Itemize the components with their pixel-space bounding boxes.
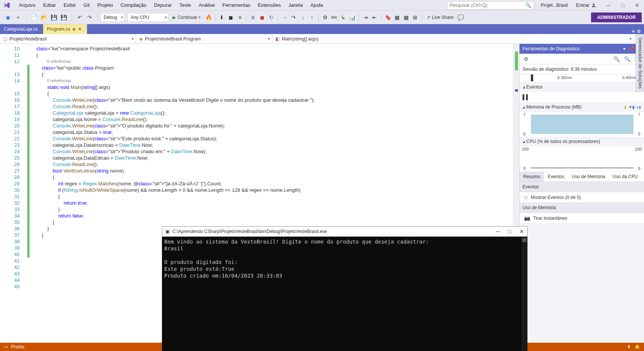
- cpu-y-bot-r: 0: [638, 166, 640, 171]
- outdent-icon[interactable]: ⇤: [370, 13, 379, 22]
- menu-editar[interactable]: Editar: [39, 1, 60, 9]
- minimize-icon[interactable]: ─: [605, 2, 612, 9]
- close-tab-icon[interactable]: ✕: [78, 26, 82, 32]
- diag-settings-icon[interactable]: ⚙: [522, 55, 530, 63]
- menu-teste[interactable]: Teste: [176, 1, 195, 9]
- tab-categorialoja[interactable]: CategoriaLoja.cs: [0, 24, 43, 34]
- nav-class-label: ProjetoVesteBrasil.Program: [145, 36, 201, 42]
- tool3-icon[interactable]: ↳: [339, 13, 347, 22]
- save-icon[interactable]: 💾: [50, 13, 58, 22]
- breakpoint-icon[interactable]: ◼: [227, 13, 235, 22]
- indent-icon[interactable]: ⇥: [361, 13, 370, 22]
- memory-header[interactable]: Memória de Processo (MB) ▮ ▼▮ ●▮: [520, 103, 644, 112]
- zoom-in-icon[interactable]: 🔍: [612, 55, 621, 63]
- diag-tab-1[interactable]: Eventos: [544, 172, 568, 182]
- config-dropdown[interactable]: Debug: [100, 13, 125, 22]
- tool2-icon[interactable]: abc: [330, 13, 338, 22]
- pin-icon[interactable]: ⊕: [72, 27, 76, 32]
- close-icon[interactable]: ✕: [633, 2, 641, 9]
- step-out-icon[interactable]: ↑: [308, 13, 316, 22]
- cpu-y-bot-l: 0: [523, 166, 526, 171]
- events-chart: ▌▌: [520, 92, 644, 103]
- search-input[interactable]: [450, 3, 525, 8]
- menu-ajuda[interactable]: Ajuda: [306, 1, 327, 9]
- events-header[interactable]: Eventos: [520, 83, 644, 92]
- menu-compilação[interactable]: Compilação: [117, 1, 150, 9]
- console-output[interactable]: Bem vindo ao sistema da VesteBrasil! Dig…: [162, 237, 527, 351]
- tabs-dropdown-icon[interactable]: ▾: [632, 29, 635, 34]
- undo-icon[interactable]: ↶: [76, 13, 84, 22]
- step-over-icon[interactable]: ↷: [289, 13, 298, 22]
- comment-icon[interactable]: ▦: [393, 13, 401, 22]
- tab-program[interactable]: Program.cs ⊕ ✕: [43, 24, 87, 34]
- settings-gear-icon[interactable]: ⚙: [637, 29, 641, 34]
- show-events-row[interactable]: ◇ Mostrar Eventos (0 de 0): [520, 192, 644, 203]
- redo-icon[interactable]: ↷: [86, 13, 94, 22]
- console-window[interactable]: ▣ C:\Aprendendo CSharp\ProjetoVesteBrasi…: [162, 226, 527, 351]
- nav-method-dropdown[interactable]: ◧ Main(string[] args): [272, 34, 634, 43]
- diag-tab-0[interactable]: Resumo: [520, 172, 544, 182]
- menu-análise[interactable]: Análise: [195, 1, 219, 9]
- diag-tab-2[interactable]: Uso de Memória: [568, 172, 609, 182]
- save-all-icon[interactable]: 💾: [59, 13, 68, 22]
- uncomment-icon[interactable]: ▦: [402, 13, 410, 22]
- step-into-icon[interactable]: ⬇: [218, 13, 226, 22]
- nav-fwd-icon[interactable]: ▾: [14, 13, 22, 22]
- diag-tab-3[interactable]: Uso da CPU: [609, 172, 642, 182]
- console-scrollbar[interactable]: [521, 237, 527, 351]
- menu-depurar[interactable]: Depurar: [150, 1, 176, 9]
- bookmark-icon[interactable]: 🔖: [384, 13, 392, 22]
- pause-icon[interactable]: ⏸: [249, 13, 257, 22]
- restart-icon[interactable]: ↻: [267, 13, 275, 22]
- open-icon[interactable]: 📂: [40, 13, 48, 22]
- new-project-icon[interactable]: 📄: [30, 13, 38, 22]
- pause-events-icon[interactable]: ▌▌: [523, 94, 529, 100]
- snapshot-row[interactable]: 📷 Tirar Instantâneo: [520, 213, 644, 224]
- stack-icon[interactable]: ≡: [236, 13, 244, 22]
- menu-arquivo[interactable]: Arquivo: [15, 1, 39, 9]
- nav-class-dropdown[interactable]: ◆ ProjetoVesteBrasil.Program: [136, 34, 272, 43]
- document-tabs: CategoriaLoja.cs Program.cs ⊕ ✕ ▾ ⚙: [0, 24, 644, 34]
- mem-y-bot-l: 0: [523, 132, 526, 136]
- menu-ferramentas[interactable]: Ferramentas: [219, 1, 254, 9]
- login-button[interactable]: Entrar: [575, 2, 598, 8]
- menu-janela[interactable]: Janela: [285, 1, 306, 9]
- hot-reload-icon[interactable]: 🔥: [204, 13, 213, 22]
- stop-icon[interactable]: ◼: [258, 13, 266, 22]
- show-next-icon[interactable]: →: [280, 13, 289, 22]
- menu-git[interactable]: Git: [80, 1, 94, 9]
- step-into2-icon[interactable]: ↓: [299, 13, 307, 22]
- nav-back-icon[interactable]: ◉: [4, 13, 12, 22]
- vs-logo-icon: [3, 2, 11, 9]
- continue-button[interactable]: ▶ Continuar ▾: [170, 13, 204, 22]
- console-minimize-icon[interactable]: ─: [496, 228, 500, 235]
- console-close-icon[interactable]: ✕: [520, 228, 524, 235]
- menu-extensões[interactable]: Extensões: [254, 1, 285, 9]
- marker-strip: [26, 44, 33, 343]
- notifications-icon[interactable]: 🔔: [635, 344, 640, 349]
- play-icon: ▶: [173, 15, 176, 20]
- console-maximize-icon[interactable]: □: [508, 228, 511, 235]
- tool4-icon[interactable]: 📊: [348, 13, 356, 22]
- project-picker[interactable]: Projet...Brasil: [537, 3, 571, 8]
- feedback-icon[interactable]: 💬: [457, 13, 465, 22]
- tool1-icon[interactable]: ⚙: [321, 13, 329, 22]
- live-share-button[interactable]: ↗ Live Share: [424, 15, 456, 20]
- diag-timeline[interactable]: 6:30min 6:40min: [520, 75, 644, 83]
- source-control-icon[interactable]: ⬆: [627, 344, 631, 349]
- platform-dropdown[interactable]: Any CPU: [127, 13, 169, 22]
- console-titlebar[interactable]: ▣ C:\Aprendendo CSharp\ProjetoVesteBrasi…: [162, 226, 527, 237]
- live-share-icon: ↗: [426, 15, 430, 20]
- menu-exibir[interactable]: Exibir: [60, 1, 80, 9]
- solution-explorer-tab[interactable]: Gerenciador de Soluções: [636, 34, 644, 92]
- menu-projeto[interactable]: Projeto: [93, 1, 117, 9]
- memory-chart: 7 7 0 0: [520, 112, 644, 137]
- diag-dropdown-icon[interactable]: ▾: [623, 46, 625, 51]
- maximize-icon[interactable]: □: [619, 2, 627, 9]
- zoom-out-icon[interactable]: 🔍: [623, 55, 631, 63]
- cpu-header[interactable]: CPU (% de todos os processadores): [520, 137, 644, 146]
- search-box[interactable]: 🔍: [447, 1, 534, 9]
- diag-pin-icon[interactable]: 📌: [628, 46, 634, 51]
- format-icon[interactable]: ⊞: [411, 13, 419, 22]
- nav-project-dropdown[interactable]: ▢ ProjetoVesteBrasil: [0, 34, 136, 43]
